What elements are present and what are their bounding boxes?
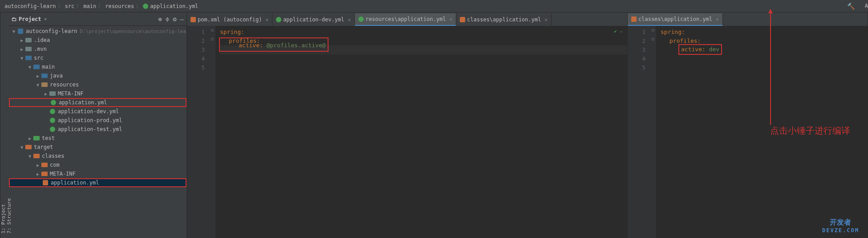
line-gutter: 12345 [628, 26, 650, 238]
yaml-file-icon [143, 4, 148, 9]
breadcrumb-item[interactable]: resources [105, 3, 134, 9]
tree-arrow-icon[interactable]: ▶ [35, 163, 41, 168]
yaml-key: active: [681, 46, 709, 53]
fold-gutter[interactable]: ⊟⊟ [209, 26, 215, 238]
tree-path: D:\project\opensource\autoconfig-lea [80, 29, 186, 34]
tree-label: .mvn [34, 46, 47, 52]
tree-item[interactable]: ▶test [9, 134, 187, 143]
tree-item[interactable]: ▼autoconfig-learnD:\project\opensource\a… [9, 27, 187, 36]
tree-label: target [34, 144, 53, 150]
tree-arrow-icon[interactable]: ▼ [27, 154, 33, 159]
main-area: 1: Project 7: Structure 🗀 Project ▾ ⊕ ≑ … [0, 12, 868, 238]
tree-arrow-icon[interactable]: ▼ [19, 145, 25, 150]
editor-tab[interactable]: classes\application.yml× [628, 13, 723, 26]
editor-tab[interactable]: classes\application.yml× [456, 13, 552, 26]
project-panel: 🗀 Project ▾ ⊕ ≑ ⚙ — ▼autoconfig-learnD:\… [9, 12, 187, 238]
hide-icon[interactable]: — [180, 16, 184, 23]
rail-project-label[interactable]: 1: Project [0, 17, 6, 234]
line-gutter: 12345 [187, 26, 209, 238]
tree-arrow-icon[interactable]: ▶ [19, 38, 25, 43]
close-icon[interactable]: × [348, 17, 351, 23]
tree-label: META-INF [50, 171, 76, 177]
editor-pane-left: pom.xml (autoconfig)×application-dev.yml… [187, 12, 628, 238]
rail-structure-label[interactable]: 7: Structure [6, 17, 12, 234]
close-icon[interactable]: × [544, 17, 548, 23]
close-icon[interactable]: × [716, 16, 719, 22]
tree-arrow-icon[interactable]: ▶ [27, 136, 33, 141]
breadcrumb-item[interactable]: autoconfig-learn [4, 3, 56, 9]
file-icon [41, 161, 48, 168]
tree-item[interactable]: application-dev.yml [9, 107, 187, 116]
tree-item[interactable]: ▶.mvn [9, 45, 187, 53]
code-area[interactable]: 12345 ⊟⊟ spring: profiles: active: @prof… [187, 26, 627, 238]
chevron-right-icon: 〉 [136, 2, 141, 10]
breadcrumb-item[interactable]: application.yml [150, 3, 198, 9]
project-header: 🗀 Project ▾ ⊕ ≑ ⚙ — [9, 12, 187, 26]
file-icon [49, 108, 56, 115]
project-title[interactable]: 🗀 Project ▾ [12, 16, 47, 22]
file-icon [358, 16, 364, 22]
tree-item[interactable]: ▶META-INF [9, 169, 187, 178]
project-tree[interactable]: ▼autoconfig-learnD:\project\opensource\a… [9, 26, 187, 238]
tree-item[interactable]: ▼main [9, 62, 187, 71]
editor-tabs[interactable]: classes\application.yml× [628, 12, 868, 26]
tab-label: resources\application.yml [365, 16, 446, 22]
breadcrumb-item[interactable]: src [65, 3, 75, 9]
tree-item[interactable]: ▼target [9, 143, 187, 152]
tree-arrow-icon[interactable]: ▼ [35, 82, 41, 87]
tree-item[interactable]: ▶com [9, 160, 187, 169]
tree-label: classes [42, 153, 65, 159]
tree-arrow-icon[interactable]: ▶ [43, 91, 49, 96]
run-config[interactable]: A [865, 3, 868, 9]
tree-arrow-icon[interactable]: ▶ [35, 172, 41, 176]
editor-split: pom.xml (autoconfig)×application-dev.yml… [187, 12, 868, 238]
file-icon [41, 170, 48, 177]
left-tool-rail[interactable]: 1: Project 7: Structure [0, 12, 9, 238]
line-number: 5 [628, 63, 645, 72]
line-number: 3 [628, 45, 645, 54]
tree-arrow-icon[interactable]: ▶ [19, 47, 25, 52]
tree-item[interactable]: application.yml [9, 178, 187, 187]
tree-item[interactable]: application-test.yml [9, 125, 187, 134]
tree-label: application.yml [59, 99, 107, 106]
close-icon[interactable]: × [266, 17, 269, 23]
line-number: 2 [187, 37, 205, 45]
yaml-value: @profiles.active@ [267, 42, 326, 49]
fold-gutter[interactable]: ⊟⊟ [650, 26, 656, 238]
tree-item[interactable]: application-prod.yml [9, 116, 187, 125]
file-icon [25, 144, 32, 151]
expand-icon[interactable]: ≑ [166, 16, 169, 23]
annotation-arrow [768, 9, 773, 125]
build-hammer-icon[interactable]: 🔨 [847, 3, 855, 10]
tree-item[interactable]: application.yml [9, 98, 187, 107]
tree-item[interactable]: ▼classes [9, 152, 187, 160]
chevron-right-icon: 〉 [98, 2, 103, 10]
inspection-ok-icon[interactable]: ✔ — [614, 29, 623, 34]
tree-label: META-INF [58, 90, 84, 97]
tree-item[interactable]: ▼resources [9, 80, 187, 89]
line-number: 4 [628, 54, 645, 63]
yaml-key: spring: [661, 28, 685, 37]
editor-tab[interactable]: pom.xml (autoconfig)× [187, 13, 272, 26]
tree-item[interactable]: ▶META-INF [9, 89, 187, 98]
line-number: 3 [187, 45, 205, 54]
file-icon [50, 99, 57, 106]
tree-arrow-icon[interactable]: ▼ [19, 56, 25, 61]
tree-arrow-icon[interactable]: ▶ [35, 74, 41, 78]
tree-item[interactable]: ▶java [9, 71, 187, 80]
code-content[interactable]: spring: profiles: active: @profiles.acti… [215, 26, 627, 238]
tree-label: src [34, 55, 44, 61]
editor-tabs[interactable]: pom.xml (autoconfig)×application-dev.yml… [187, 12, 627, 26]
tree-item[interactable]: ▼src [9, 53, 187, 62]
file-icon [276, 17, 281, 22]
tab-label: pom.xml (autoconfig) [198, 16, 262, 23]
watermark: 开发者 DEVZE.COM [822, 218, 859, 234]
editor-tab[interactable]: resources\application.yml× [355, 13, 456, 26]
close-icon[interactable]: × [450, 16, 453, 22]
tree-item[interactable]: ▶.idea [9, 36, 187, 45]
editor-tab[interactable]: application-dev.yml× [272, 13, 355, 26]
locate-icon[interactable]: ⊕ [158, 16, 162, 23]
tree-arrow-icon[interactable]: ▼ [27, 65, 33, 70]
gear-icon[interactable]: ⚙ [173, 16, 176, 23]
breadcrumb-item[interactable]: main [83, 3, 96, 9]
